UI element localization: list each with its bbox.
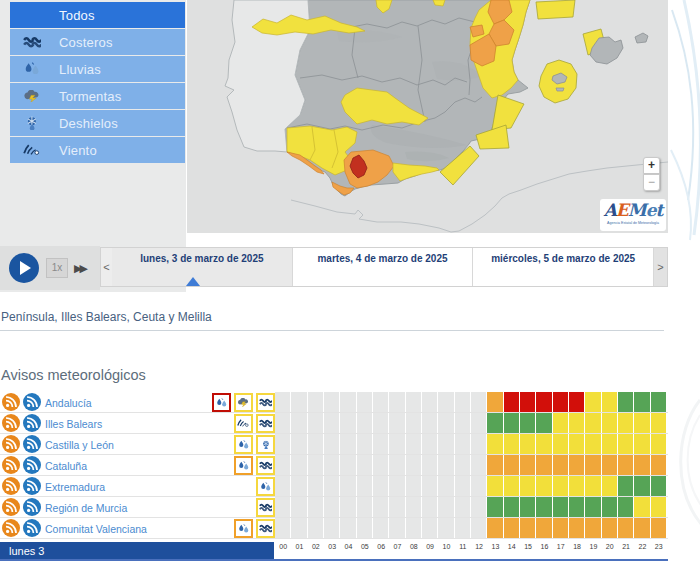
fast-forward-button[interactable]: ▶▶ [74, 262, 85, 275]
hour-cell-17 [553, 434, 569, 454]
rain-warning-icon[interactable] [234, 456, 253, 475]
sidebar-item-tormentas[interactable]: Tormentas [10, 83, 185, 109]
hour-cell-03 [324, 392, 340, 412]
hour-cell-07 [389, 413, 405, 433]
rss-feed-blue-icon[interactable] [23, 435, 41, 453]
hour-label: 08 [406, 541, 422, 553]
hour-cell-14 [504, 497, 520, 517]
rss-feed-icon[interactable] [2, 498, 20, 516]
hour-cell-10 [438, 434, 454, 454]
warning-zone-yellow-north3[interactable] [433, 0, 445, 6]
timeline-next-arrow[interactable]: > [654, 248, 667, 286]
coastal-warning-icon[interactable] [256, 519, 275, 538]
rss-feed-blue-icon[interactable] [23, 477, 41, 495]
hour-cell-00 [275, 518, 291, 538]
zoom-out-button[interactable]: − [643, 174, 660, 191]
melt-warning-icon[interactable] [256, 435, 275, 454]
rss-feed-icon[interactable] [2, 477, 20, 495]
rss-feed-icon[interactable] [2, 414, 20, 432]
hour-cell-04 [340, 392, 356, 412]
sidebar-item-viento[interactable]: Viento [10, 137, 185, 163]
spain-warning-map-svg[interactable] [187, 0, 668, 233]
rain-warning-icon[interactable] [256, 477, 275, 496]
hour-cell-23 [651, 434, 667, 454]
warning-map[interactable]: + − AEMet Agencia Estatal de Meteorologí… [187, 0, 668, 233]
hour-cell-13 [487, 476, 503, 496]
region-link[interactable]: Castilla y León [45, 439, 114, 451]
hour-cell-09 [422, 434, 438, 454]
coastal-warning-icon[interactable] [256, 498, 275, 517]
region-link[interactable]: Andalucía [45, 397, 92, 409]
hour-cell-19 [585, 434, 601, 454]
hour-cell-16 [536, 518, 552, 538]
hour-cell-07 [389, 518, 405, 538]
hour-cell-06 [373, 392, 389, 412]
region-link[interactable]: Extremadura [45, 481, 105, 493]
timeline-date-2[interactable]: miércoles, 5 de marzo de 2025 [473, 248, 654, 286]
region-link[interactable]: Comunitat Valenciana [45, 523, 147, 535]
rss-feed-icon[interactable] [2, 393, 20, 411]
timeline-prev-arrow[interactable]: < [101, 248, 112, 286]
rss-feed-blue-icon[interactable] [23, 456, 41, 474]
timeline-date-1[interactable]: martes, 4 de marzo de 2025 [293, 248, 474, 286]
hour-cell-15 [520, 476, 536, 496]
hour-cell-16 [536, 476, 552, 496]
timeline-date-0[interactable]: lunes, 3 de marzo de 2025 [112, 248, 293, 286]
hour-cell-18 [569, 518, 585, 538]
rss-feed-blue-icon[interactable] [23, 393, 41, 411]
play-button[interactable] [9, 253, 39, 283]
rss-feed-icon[interactable] [2, 435, 20, 453]
sidebar-item-label: Tormentas [59, 89, 122, 104]
hour-label: 12 [471, 541, 487, 553]
rss-feed-icon[interactable] [2, 456, 20, 474]
rss-feed-blue-icon[interactable] [23, 414, 41, 432]
speed-button[interactable]: 1x [46, 258, 68, 278]
hour-cell-02 [308, 392, 324, 412]
region-link[interactable]: Illes Balears [45, 418, 102, 430]
warning-row-6: Comunitat Valenciana [0, 518, 668, 539]
hour-cell-01 [291, 434, 307, 454]
coastal-warning-icon[interactable] [256, 456, 275, 475]
sidebar-item-costeros[interactable]: Costeros [10, 29, 185, 55]
hour-cell-19 [585, 497, 601, 517]
hour-cell-19 [585, 455, 601, 475]
sidebar-item-todos[interactable]: Todos [10, 2, 185, 28]
timeline-date-label: martes, 4 de marzo de 2025 [293, 253, 473, 264]
sidebar-item-label: Viento [59, 143, 97, 158]
hour-cell-09 [422, 413, 438, 433]
wind-warning-icon[interactable] [234, 414, 253, 433]
hour-cell-08 [406, 434, 422, 454]
coastal-warning-icon[interactable] [256, 414, 275, 433]
rss-feed-blue-icon[interactable] [23, 519, 41, 537]
sidebar-item-label: Costeros [59, 35, 113, 50]
hour-cell-20 [602, 497, 618, 517]
storm-warning-icon[interactable] [234, 393, 253, 412]
zoom-in-button[interactable]: + [643, 157, 660, 174]
aemet-logo-subtitle: Agencia Estatal de Meteorología [600, 221, 666, 225]
sidebar-item-lluvias[interactable]: Lluvias [10, 56, 185, 82]
sea-zone-castellon[interactable] [536, 0, 575, 19]
sidebar-item-deshielos[interactable]: Deshielos [10, 110, 185, 136]
coastal-warning-icon[interactable] [256, 393, 275, 412]
hour-cell-05 [357, 476, 373, 496]
hour-cell-01 [291, 518, 307, 538]
hour-cell-15 [520, 455, 536, 475]
rss-feed-blue-icon[interactable] [23, 498, 41, 516]
hour-cell-06 [373, 497, 389, 517]
hour-label: 23 [651, 541, 667, 553]
coastal-icon [22, 34, 42, 50]
sidebar: Todos Costeros Lluvias Tormentas Deshiel… [10, 2, 185, 164]
rain-warning-icon[interactable] [234, 519, 253, 538]
hour-cell-04 [340, 434, 356, 454]
rss-feed-icon[interactable] [2, 519, 20, 537]
hour-cell-04 [340, 455, 356, 475]
hour-cell-18 [569, 392, 585, 412]
region-link[interactable]: Región de Murcia [45, 502, 127, 514]
hour-cell-03 [324, 476, 340, 496]
hour-cell-11 [455, 413, 471, 433]
hour-cell-08 [406, 455, 422, 475]
rain-warning-icon[interactable] [212, 393, 231, 412]
rain-warning-icon[interactable] [234, 435, 253, 454]
region-link[interactable]: Cataluña [45, 460, 87, 472]
hour-cell-12 [471, 476, 487, 496]
